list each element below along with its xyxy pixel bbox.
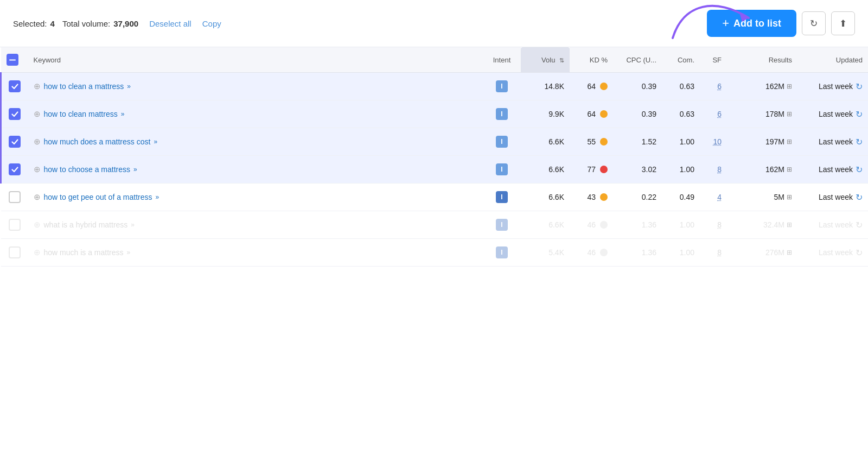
keyword-arrows-icon[interactable]: » [154, 138, 157, 146]
sf-cell[interactable]: 6 [700, 100, 727, 128]
header-sf: SF [700, 47, 727, 73]
kd-cell: 46 [570, 239, 613, 267]
com-value: 0.63 [680, 82, 694, 91]
sf-cell[interactable]: 8 [700, 211, 727, 239]
row-refresh-icon[interactable]: ↻ [856, 248, 863, 258]
checkbox-cell[interactable] [1, 239, 28, 267]
volume-value: 6.6K [548, 165, 564, 174]
checkbox-cell[interactable] [1, 73, 28, 100]
sf-value[interactable]: 10 [713, 137, 722, 146]
intent-cell: I [483, 73, 521, 100]
header-checkbox[interactable] [1, 47, 28, 73]
volume-value: 6.6K [548, 137, 564, 146]
deselect-all-button[interactable]: Deselect all [149, 19, 192, 28]
sf-cell[interactable]: 8 [700, 156, 727, 184]
header-com: Com. [662, 47, 700, 73]
results-cell: 197M ⊞ [727, 128, 797, 156]
keyword-cell: ⊕ what is a hybrid mattress » [28, 211, 483, 239]
kd-cell: 55 [570, 128, 613, 156]
row-refresh-icon[interactable]: ↻ [856, 165, 863, 175]
row-refresh-icon[interactable]: ↻ [856, 137, 863, 147]
row-checkbox-unchecked[interactable] [9, 191, 21, 203]
keyword-text[interactable]: how to clean a mattress [44, 82, 124, 91]
checkbox-cell[interactable] [1, 184, 28, 211]
keyword-text[interactable]: what is a hybrid mattress [44, 220, 128, 229]
keyword-arrows-icon[interactable]: » [131, 221, 135, 229]
refresh-button[interactable]: ↻ [802, 11, 826, 35]
sf-value[interactable]: 8 [717, 220, 722, 229]
export-button[interactable]: ⬆ [831, 11, 855, 35]
selected-count: 4 [50, 19, 55, 28]
results-icon: ⊞ [787, 138, 792, 146]
volume-cell: 6.6K [521, 156, 570, 184]
sf-cell[interactable]: 6 [700, 73, 727, 100]
sf-value[interactable]: 4 [717, 193, 722, 201]
updated-cell: Last week ↻ [797, 211, 868, 239]
row-refresh-icon[interactable]: ↻ [856, 109, 863, 119]
results-value: 178M [765, 110, 784, 118]
checkbox-cell[interactable] [1, 128, 28, 156]
keyword-text[interactable]: how to clean mattress [44, 110, 118, 118]
results-value: 197M [765, 137, 784, 146]
updated-text: Last week [819, 193, 853, 201]
keyword-arrows-icon[interactable]: » [121, 110, 125, 118]
keyword-text[interactable]: how much is a mattress [44, 248, 124, 257]
results-icon: ⊞ [787, 110, 792, 118]
keyword-arrows-icon[interactable]: » [133, 166, 137, 173]
volume-cell: 6.6K [521, 128, 570, 156]
cpc-cell: 1.36 [613, 211, 662, 239]
deselect-all-checkbox[interactable] [7, 54, 18, 66]
total-volume-label: Total volume: [62, 19, 110, 28]
row-checkbox-checked[interactable] [9, 136, 21, 148]
cpc-value: 0.39 [642, 110, 656, 118]
keyword-text[interactable]: how much does a mattress cost [44, 137, 151, 146]
keyword-cell: ⊕ how to choose a mattress » [28, 156, 483, 184]
checkbox-cell[interactable] [1, 211, 28, 239]
row-checkbox-checked[interactable] [9, 80, 21, 92]
intent-badge: I [496, 136, 508, 148]
row-checkbox-checked[interactable] [9, 108, 21, 120]
checkbox-cell[interactable] [1, 100, 28, 128]
intent-badge: I [496, 163, 508, 175]
row-refresh-icon[interactable]: ↻ [856, 220, 863, 230]
row-checkbox-unchecked[interactable] [9, 219, 21, 231]
cpc-cell: 1.52 [613, 128, 662, 156]
intent-badge: I [496, 246, 508, 258]
intent-cell: I [483, 100, 521, 128]
checkbox-cell[interactable] [1, 156, 28, 184]
volume-cell: 6.6K [521, 211, 570, 239]
sf-cell[interactable]: 4 [700, 184, 727, 211]
sf-value[interactable]: 8 [717, 165, 722, 174]
results-cell: 276M ⊞ [727, 239, 797, 267]
results-value: 32.4M [763, 220, 784, 229]
main-container: Selected: 4 Total volume: 37,900 Deselec… [0, 0, 868, 468]
keyword-text[interactable]: how to choose a mattress [44, 165, 131, 174]
cpc-cell: 3.02 [613, 156, 662, 184]
add-to-list-button[interactable]: + Add to list [707, 10, 796, 37]
table-row: ⊕ how much does a mattress cost » I 6.6K… [1, 128, 869, 156]
volume-value: 9.9K [548, 110, 564, 118]
intent-badge: I [496, 108, 508, 120]
volume-cell: 6.6K [521, 184, 570, 211]
copy-button[interactable]: Copy [202, 19, 221, 28]
sf-cell[interactable]: 8 [700, 239, 727, 267]
keyword-arrows-icon[interactable]: » [127, 83, 131, 90]
com-cell: 1.00 [662, 239, 700, 267]
row-checkbox-unchecked[interactable] [9, 246, 21, 258]
keyword-arrows-icon[interactable]: » [127, 249, 131, 256]
sf-cell[interactable]: 10 [700, 128, 727, 156]
keyword-arrows-icon[interactable]: » [156, 193, 159, 201]
volume-value: 6.6K [548, 193, 564, 201]
row-refresh-icon[interactable]: ↻ [856, 81, 863, 92]
row-refresh-icon[interactable]: ↻ [856, 192, 863, 203]
volume-value: 6.6K [548, 220, 564, 229]
sf-value[interactable]: 8 [717, 248, 722, 257]
keyword-text[interactable]: how to get pee out of a mattress [44, 193, 152, 201]
header-cpc: CPC (U... [613, 47, 662, 73]
sf-value[interactable]: 6 [717, 82, 722, 91]
com-value: 0.63 [680, 110, 694, 118]
row-checkbox-checked[interactable] [9, 163, 21, 175]
sf-value[interactable]: 6 [717, 110, 722, 118]
header-volume[interactable]: Volu ⇅ [521, 47, 570, 73]
updated-cell: Last week ↻ [797, 128, 868, 156]
